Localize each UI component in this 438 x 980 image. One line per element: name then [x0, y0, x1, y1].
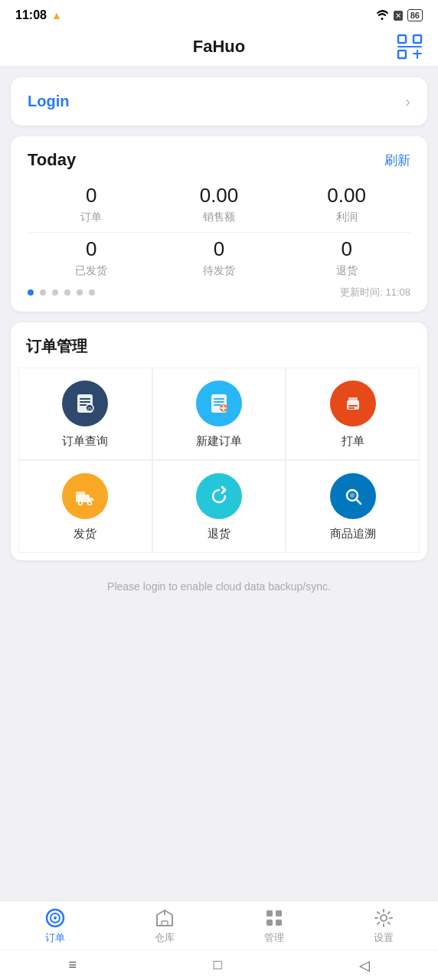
svg-rect-22 — [348, 407, 355, 409]
svg-point-25 — [88, 501, 92, 505]
stat-returns-label: 退货 — [336, 264, 358, 278]
stat-orders: 0 订单 — [28, 184, 155, 224]
svg-rect-7 — [80, 398, 90, 400]
svg-rect-20 — [348, 397, 358, 402]
status-bar: 11:08 ▲ ✕ 86 — [0, 0, 438, 28]
svg-point-39 — [381, 915, 387, 921]
stat-returns-value: 0 — [341, 237, 351, 261]
status-right: ✕ 86 — [375, 9, 423, 22]
stat-pending-value: 0 — [214, 237, 224, 261]
stat-returns: 0 退货 — [283, 237, 410, 278]
stat-sales: 0.00 销售额 — [155, 184, 283, 224]
pagination-row: 更新时间: 11:08 — [28, 286, 410, 299]
svg-rect-21 — [348, 405, 358, 407]
settings-nav-icon — [373, 907, 394, 929]
x-icon: ✕ — [394, 11, 403, 21]
svg-point-32 — [54, 916, 57, 920]
print-item[interactable]: 打单 — [286, 368, 420, 460]
today-title: Today — [28, 150, 76, 170]
order-query-label: 订单查询 — [62, 434, 108, 449]
track-item[interactable]: 商品追溯 — [286, 460, 420, 553]
app-title: FaHuo — [193, 37, 245, 57]
svg-rect-2 — [398, 51, 406, 58]
order-query-icon: Q — [62, 381, 108, 426]
dot-1[interactable] — [28, 289, 34, 296]
return-icon — [196, 473, 242, 519]
order-management-card: 订单管理 Q 订单查询 — [11, 322, 427, 560]
chevron-right-icon: › — [405, 93, 410, 110]
svg-point-24 — [79, 501, 83, 505]
svg-rect-13 — [214, 398, 224, 400]
home-button[interactable]: □ — [198, 952, 237, 978]
new-order-item[interactable]: 新建订单 — [152, 368, 286, 460]
stat-sales-value: 0.00 — [200, 184, 239, 207]
svg-rect-15 — [214, 404, 221, 406]
svg-text:Q: Q — [88, 407, 93, 413]
new-order-label: 新建订单 — [196, 434, 242, 449]
manage-nav-icon — [263, 907, 285, 929]
stat-shipped-value: 0 — [86, 237, 96, 261]
print-label: 打单 — [342, 434, 364, 449]
svg-point-29 — [350, 493, 355, 498]
stat-sales-label: 销售额 — [203, 211, 235, 224]
login-card[interactable]: Login › — [11, 77, 427, 126]
new-order-icon — [196, 381, 242, 426]
nav-orders[interactable]: 订单 — [0, 907, 110, 945]
nav-warehouse[interactable]: 仓库 — [110, 907, 219, 945]
nav-settings-label: 设置 — [374, 931, 394, 945]
svg-rect-1 — [413, 35, 421, 43]
system-bar: ≡ □ ◁ — [0, 949, 438, 980]
stat-profit: 0.00 利润 — [283, 184, 410, 224]
scan-button[interactable] — [395, 32, 424, 61]
battery-icon: 86 — [407, 9, 423, 21]
status-warning-icon: ▲ — [51, 9, 62, 21]
bottom-navigation: 订单 仓库 管理 设置 — [0, 900, 438, 949]
menu-button[interactable]: ≡ — [53, 952, 92, 978]
stat-profit-value: 0.00 — [327, 184, 366, 207]
stat-orders-value: 0 — [86, 184, 96, 207]
nav-orders-label: 订单 — [45, 931, 65, 945]
stat-profit-label: 利润 — [336, 211, 358, 224]
stat-pending-label: 待发货 — [203, 264, 235, 278]
login-label: Login — [28, 93, 69, 110]
return-item[interactable]: 退货 — [152, 460, 286, 553]
order-management-title: 订单管理 — [18, 336, 420, 357]
update-time: 更新时间: 11:08 — [340, 286, 410, 299]
print-icon — [330, 381, 376, 426]
order-grid: Q 订单查询 新建订单 — [18, 368, 420, 553]
orders-nav-icon — [44, 907, 66, 929]
ship-icon — [62, 473, 108, 519]
nav-settings[interactable]: 设置 — [328, 907, 438, 945]
return-label: 退货 — [208, 527, 230, 541]
dot-3[interactable] — [52, 289, 58, 296]
today-header: Today 刷新 — [28, 150, 410, 170]
track-icon — [330, 473, 376, 519]
stats-grid-top: 0 订单 0.00 销售额 0.00 利润 — [28, 184, 410, 224]
svg-line-28 — [356, 499, 361, 504]
dot-5[interactable] — [77, 289, 83, 296]
cloud-sync-message: Please login to enable cloud data backup… — [0, 571, 438, 599]
dot-2[interactable] — [40, 289, 46, 296]
nav-manage-label: 管理 — [264, 931, 284, 945]
stat-orders-label: 订单 — [80, 211, 102, 224]
status-time: 11:08 — [15, 8, 47, 22]
svg-rect-14 — [214, 401, 224, 403]
ship-item[interactable]: 发货 — [18, 460, 152, 553]
main-content: Login › Today 刷新 0 订单 0.00 销售额 0.00 利润 — [0, 67, 438, 560]
dot-6[interactable] — [89, 289, 95, 296]
today-card: Today 刷新 0 订单 0.00 销售额 0.00 利润 0 已发货 — [11, 136, 427, 312]
dot-4[interactable] — [64, 289, 70, 296]
order-query-item[interactable]: Q 订单查询 — [18, 368, 152, 460]
header: FaHuo — [0, 28, 438, 67]
track-label: 商品追溯 — [330, 527, 376, 541]
svg-rect-35 — [266, 910, 273, 916]
svg-rect-36 — [276, 910, 282, 916]
pagination-dots — [28, 289, 95, 296]
nav-warehouse-label: 仓库 — [155, 931, 175, 945]
refresh-button[interactable]: 刷新 — [384, 152, 410, 169]
back-button[interactable]: ◁ — [344, 952, 385, 978]
ship-label: 发货 — [74, 527, 96, 541]
stat-shipped: 0 已发货 — [28, 237, 155, 278]
nav-manage[interactable]: 管理 — [219, 907, 328, 945]
svg-rect-26 — [76, 492, 85, 495]
